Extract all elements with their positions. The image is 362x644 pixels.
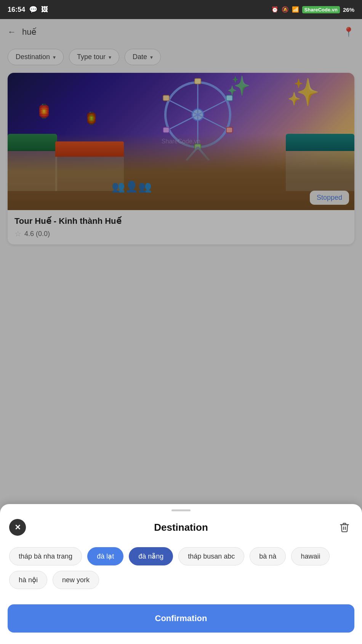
message-icon: 💬 xyxy=(29,5,37,14)
mute-icon: 🔕 xyxy=(282,6,289,13)
trash-button[interactable] xyxy=(336,519,353,536)
wifi-icon: 📶 xyxy=(292,6,299,13)
chip-thap-busan-abc[interactable]: tháp busan abc xyxy=(178,547,244,565)
trash-icon xyxy=(339,522,350,533)
destination-chips: tháp bà nha trang đà lạt đà nẵng tháp bu… xyxy=(0,543,362,597)
status-bar-left: 16:54 💬 🖼 xyxy=(8,5,48,14)
close-button[interactable]: ✕ xyxy=(9,519,26,536)
chip-ha-noi[interactable]: hà nội xyxy=(9,571,47,589)
chip-hawaii[interactable]: hawaii xyxy=(291,547,330,565)
sheet-title: Destination xyxy=(154,522,208,533)
chip-thap-ba-nha-trang[interactable]: tháp bà nha trang xyxy=(9,547,82,565)
main-content: ← huế 📍 Destination ▾ Type tour ▾ Date ▾… xyxy=(0,19,362,644)
confirmation-button[interactable]: Confirmation xyxy=(8,604,354,633)
alarm-icon: ⏰ xyxy=(271,6,279,13)
sheet-handle xyxy=(0,504,362,515)
chip-da-nang[interactable]: đà nẵng xyxy=(129,547,173,565)
chip-new-york[interactable]: new york xyxy=(53,571,99,589)
time-display: 16:54 xyxy=(8,6,25,14)
image-icon: 🖼 xyxy=(41,6,48,14)
chip-ba-na[interactable]: bà nà xyxy=(250,547,286,565)
destination-bottom-sheet: ✕ Destination tháp bà nha trang đà lạt đ… xyxy=(0,504,362,644)
chip-da-lat[interactable]: đà lạt xyxy=(87,547,123,565)
handle-bar xyxy=(171,509,191,511)
status-bar-right: ⏰ 🔕 📶 ShareCode.vn 26% xyxy=(271,6,354,13)
battery-display: 26% xyxy=(343,6,354,13)
sheet-header: ✕ Destination xyxy=(0,515,362,543)
sharecode-logo: ShareCode.vn xyxy=(302,6,340,13)
status-bar: 16:54 💬 🖼 ⏰ 🔕 📶 ShareCode.vn 26% xyxy=(0,0,362,19)
